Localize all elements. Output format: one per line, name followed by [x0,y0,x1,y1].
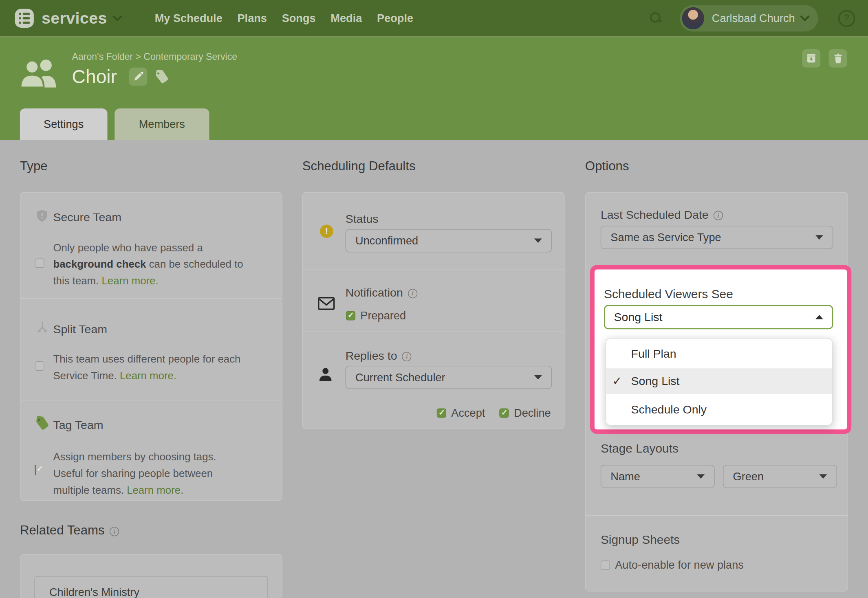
related-teams-card: Children's Ministry [20,554,282,598]
services-logo-icon [15,9,34,28]
chevron-down-icon [800,12,810,21]
delete-team-button[interactable] [829,49,847,68]
learn-more-link[interactable]: Learn more. [101,275,158,287]
reply-options: Accept Decline [437,407,551,419]
caret-up-icon [815,315,823,319]
avatar [682,7,704,29]
info-icon[interactable] [408,289,417,298]
stage-layouts-label: Stage Layouts [601,442,679,456]
prepared-option: Prepared [346,309,406,322]
info-icon[interactable] [402,352,412,361]
replies-to-select[interactable]: Current Scheduler [346,366,552,389]
archive-download-icon [806,53,817,64]
help-icon[interactable] [838,10,855,27]
secure-team-description: Only people who have passed a background… [53,240,270,289]
check-icon: ✓ [612,375,631,388]
status-select[interactable]: Unconfirmed [346,229,552,252]
options-card: Last Scheduled Date Same as Service Type… [585,192,848,591]
team-header: Aaron's Folder > Contemporary Service Ch… [0,37,868,140]
options-heading: Options [585,159,629,174]
split-team-description: This team uses different people for each… [53,351,270,384]
status-unconfirmed-icon [320,225,333,238]
envelope-icon [318,297,335,312]
secure-team-row: Secure Team Only people who have passed … [20,193,282,298]
caret-down-icon [819,474,827,479]
settings-content: Type Scheduling Defaults Options Secure … [0,140,868,598]
services-app-switcher[interactable]: services [15,9,121,28]
caret-down-icon [815,235,823,240]
scheduling-defaults-card: Status Unconfirmed Notification Prepared [302,192,565,429]
person-icon [319,367,332,383]
caret-down-icon [534,238,542,243]
scheduled-viewers-see-menu: Full Plan ✓ Song List Schedule Only [606,338,833,426]
signup-sheets-option: Auto-enable for new plans [601,559,744,572]
tag-team-title: Tag Team [53,418,103,432]
accept-option: Accept [437,407,485,419]
related-teams-heading: Related Teams [20,523,119,538]
tab-members[interactable]: Members [115,108,209,140]
prepared-checkbox[interactable] [346,311,355,320]
tab-bar: Settings Members [20,108,209,140]
nav-item-people[interactable]: People [377,12,413,24]
split-icon [36,321,48,336]
page: services My Schedule Plans Songs Media P… [0,0,868,598]
product-name: services [42,9,107,27]
nav-item-songs[interactable]: Songs [282,12,316,24]
pencil-icon [133,71,143,82]
last-scheduled-date-select[interactable]: Same as Service Type [601,226,833,249]
secure-team-title: Secure Team [53,211,121,224]
info-icon[interactable] [714,211,723,220]
chevron-down-icon [112,12,122,21]
navbar-right: Carlsbad Church [650,5,855,31]
split-team-checkbox[interactable] [35,361,44,371]
top-navbar: services My Schedule Plans Songs Media P… [0,0,868,37]
account-name: Carlsbad Church [712,12,795,24]
tag-team-icon [34,416,49,433]
shield-icon [36,209,48,225]
replies-to-label: Replies to [346,349,412,363]
caret-down-icon [697,474,705,479]
tab-settings[interactable]: Settings [20,108,108,140]
learn-more-link[interactable]: Learn more. [127,484,183,496]
signup-sheets-label: Signup Sheets [601,533,680,547]
caret-down-icon [534,375,542,380]
last-scheduled-date-label: Last Scheduled Date [601,208,723,222]
scheduled-viewers-see-label: Scheduled Viewers See [604,287,733,301]
export-team-button[interactable] [802,49,820,68]
decline-checkbox[interactable] [500,409,509,418]
auto-enable-checkbox[interactable] [601,561,610,570]
type-card: Secure Team Only people who have passed … [20,192,282,501]
search-icon[interactable] [650,12,662,24]
menu-option-schedule-only[interactable]: Schedule Only [606,394,832,425]
accept-checkbox[interactable] [437,409,446,418]
related-team-item[interactable]: Children's Ministry [34,576,268,598]
scheduled-viewers-see-highlight: Scheduled Viewers See Song List Full Pla… [590,265,851,434]
type-heading: Type [20,159,48,174]
split-team-title: Split Team [53,323,107,336]
account-menu[interactable]: Carlsbad Church [680,5,818,31]
notification-label: Notification [346,286,417,299]
secure-team-checkbox[interactable] [35,258,44,268]
tag-team-checkbox[interactable] [35,465,36,475]
edit-title-button[interactable] [129,68,148,86]
tag-team-row: Tag Team Assign members by choosing tags… [20,400,282,502]
tag-team-description: Assign members by choosing tags. Useful … [53,449,270,499]
learn-more-link[interactable]: Learn more. [120,369,176,381]
primary-nav: My Schedule Plans Songs Media People [155,12,413,24]
menu-option-full-plan[interactable]: Full Plan [606,339,832,368]
scheduled-viewers-see-select[interactable]: Song List [604,305,833,329]
breadcrumb[interactable]: Aaron's Folder > Contemporary Service [72,51,238,62]
info-icon[interactable] [110,527,119,536]
menu-option-song-list[interactable]: ✓ Song List [606,369,832,394]
tag-icon[interactable] [154,69,169,84]
stage-layout-color-select[interactable]: Green [723,465,837,488]
status-label: Status [346,213,379,226]
decline-option: Decline [500,407,551,419]
scheduling-defaults-heading: Scheduling Defaults [302,159,416,174]
split-team-row: Split Team This team uses different peop… [20,298,282,401]
nav-item-plans[interactable]: Plans [237,12,267,24]
trash-icon [833,53,843,64]
nav-item-my-schedule[interactable]: My Schedule [155,12,223,24]
stage-layout-name-select[interactable]: Name [601,465,715,488]
nav-item-media[interactable]: Media [330,12,362,24]
